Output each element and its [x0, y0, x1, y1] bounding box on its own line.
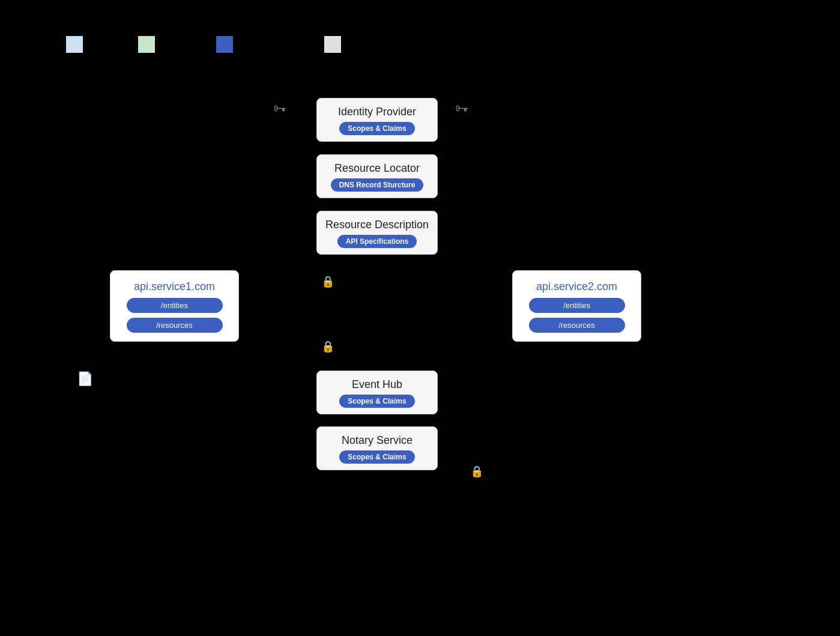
event-hub-badge: Scopes & Claims	[339, 395, 414, 408]
resource-description-card: Resource Description API Specifications	[316, 211, 438, 255]
resource-description-title: Resource Description	[325, 219, 429, 231]
legend-square-4	[324, 36, 341, 53]
resource-locator-card: Resource Locator DNS Record Sturcture	[316, 154, 438, 198]
key-left-icon: 🗝	[273, 101, 286, 117]
resource-locator-title: Resource Locator	[334, 162, 420, 175]
service1-badge-entities: /entities	[127, 298, 223, 313]
service2-title: api.service2.com	[536, 280, 617, 293]
lock-icon-2: 🔒	[321, 340, 334, 353]
notary-service-badge: Scopes & Claims	[339, 450, 414, 464]
key-right-icon: 🗝	[455, 101, 468, 117]
lock-icon-3: 🔒	[470, 465, 483, 478]
event-hub-title: Event Hub	[352, 378, 402, 391]
service2-badge-entities: /entities	[529, 298, 625, 313]
resource-description-badge: API Specifications	[337, 235, 417, 248]
identity-provider-title: Identity Provider	[338, 106, 416, 118]
legend-square-1	[66, 36, 83, 53]
service2-card: api.service2.com /entities /resources	[512, 270, 641, 342]
service1-title: api.service1.com	[134, 280, 215, 293]
legend-square-2	[138, 36, 155, 53]
identity-provider-card: Identity Provider Scopes & Claims	[316, 98, 438, 142]
legend-square-3	[216, 36, 233, 53]
service1-badge-resources: /resources	[127, 318, 223, 333]
service2-badge-resources: /resources	[529, 318, 625, 333]
resource-locator-badge: DNS Record Sturcture	[331, 178, 424, 192]
service1-card: api.service1.com /entities /resources	[110, 270, 239, 342]
lock-icon-1: 🔒	[321, 275, 334, 288]
document-icon: 📄	[77, 371, 93, 387]
event-hub-card: Event Hub Scopes & Claims	[316, 371, 438, 414]
identity-provider-badge: Scopes & Claims	[339, 122, 414, 135]
notary-service-title: Notary Service	[342, 434, 412, 447]
notary-service-card: Notary Service Scopes & Claims	[316, 426, 438, 470]
